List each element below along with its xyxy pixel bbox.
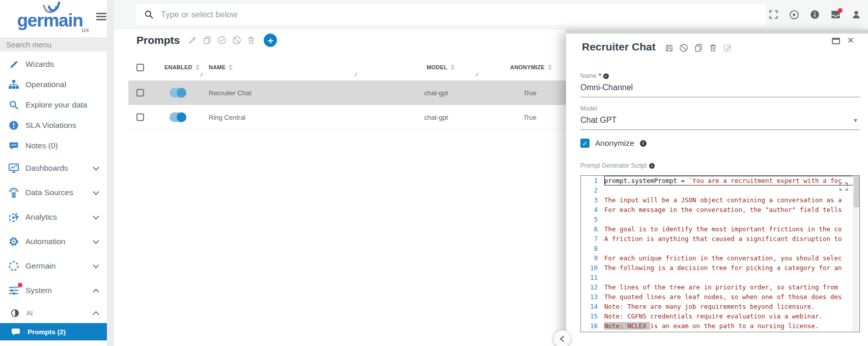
column-header-enabled[interactable]: ENABLED [164,64,200,70]
code-line: 14Note: There are many job requirements … [581,302,859,311]
dashed-circle-icon [7,260,20,272]
sidebar: germain ux WizardsOperationalExplore you… [0,0,107,346]
model-field-value[interactable]: Chat GPT [580,116,860,125]
page-header: Prompts + [136,34,277,47]
line-number: 4 [581,205,604,215]
global-search-input[interactable] [160,9,766,20]
sidebar-item-label: AI [26,309,33,317]
check-circle-icon[interactable] [217,36,227,45]
column-header-name[interactable]: NAME [209,64,233,70]
chevron-down-icon [92,239,100,245]
column-header-model[interactable]: MODEL [427,64,455,70]
play-circle-icon[interactable] [789,10,799,20]
inbox-icon[interactable] [830,10,841,19]
sort-icon [451,64,455,70]
pencil-line-icon[interactable] [188,36,197,45]
sidebar-item-ai[interactable]: AI [0,303,107,323]
sidebar-item-automation[interactable]: Automation [0,229,107,254]
sidebar-scrollbar[interactable] [107,0,114,346]
info-icon[interactable]: i [640,140,647,147]
cell-model: chat-gpt [424,89,448,97]
add-prompt-button[interactable]: + [264,34,277,47]
code-text: The quoted lines are leaf nodes, so when… [604,292,859,302]
search-icon [7,99,20,111]
cell-anonymize: True [523,113,537,121]
panel-drag-handle[interactable] [566,30,868,34]
name-field[interactable]: Name* i Omni-Channel [580,72,860,97]
code-line: 6The goal is to identify the most import… [581,224,859,234]
alert-icon [7,119,20,131]
info-icon[interactable]: i [649,163,655,169]
sidebar-item-operational[interactable]: Operational [0,74,107,95]
sidebar-item-data-sources[interactable]: Data Sources [0,180,107,205]
row-checkbox[interactable] [136,89,144,97]
line-number: 12 [581,282,604,292]
expand-icon[interactable] [839,182,848,191]
sidebar-item-dashboards[interactable]: Dashboards [0,156,107,180]
code-line: 1prompt.systemPrompt = `You are a recrui… [581,176,859,185]
chevron-up-icon [92,310,100,316]
enabled-toggle[interactable] [170,112,186,122]
code-text: Note: NCLEX is an exam on the path to a … [604,321,859,331]
required-asterisk: * [599,72,601,79]
global-search [136,4,766,25]
sidebar-item-explore-your-data[interactable]: Explore your data [0,95,107,115]
sidebar-item-germain[interactable]: Germain [0,254,107,278]
line-number: 8 [581,244,604,253]
pencil-icon [7,58,20,70]
notification-dot [838,8,843,13]
trash-icon[interactable] [247,36,256,45]
anonymize-checkbox[interactable]: ✓ [580,139,590,148]
save-icon[interactable] [665,44,674,52]
chat-icon [7,140,20,152]
info-icon[interactable]: i [603,73,609,79]
sort-icon [548,64,552,70]
sidebar-item-system[interactable]: System [0,278,107,303]
select-all-checkbox[interactable] [136,64,144,71]
collapse-panel-button[interactable] [553,330,571,346]
line-number: 6 [581,224,604,234]
code-line: 16Note: NCLEX is an exam on the path to … [581,321,859,331]
script-code-editor[interactable]: 1prompt.systemPrompt = `You are a recrui… [580,175,860,332]
trash-icon[interactable] [709,43,717,52]
editor-scrollbar[interactable] [853,176,859,332]
chevron-down-icon [92,263,100,269]
hamburger-menu-icon[interactable] [96,13,106,21]
sidebar-search-input[interactable] [0,37,107,51]
panel-title: Recruiter Chat [582,41,656,53]
sidebar-item-label: Wizards [25,60,54,69]
name-field-value[interactable]: Omni-Channel [580,83,860,92]
sidebar-item-analytics[interactable]: Analytics [0,205,107,229]
copy-icon[interactable] [694,43,703,52]
code-text [604,244,859,253]
sidebar-item-sla-violations[interactable]: SLA Violations [0,115,107,136]
ban-icon[interactable] [679,43,688,52]
ban-icon[interactable] [232,36,241,45]
line-number: 1 [581,176,604,185]
person-icon[interactable] [852,10,861,19]
maximize-icon[interactable] [832,38,840,44]
code-line: 12The lines of the tree are in priority … [581,282,859,292]
sidebar-item-prompts-2[interactable]: Prompts (2) [0,323,107,340]
enabled-toggle[interactable] [170,88,186,98]
fullscreen-icon[interactable] [769,10,778,19]
close-icon[interactable]: ✕ [847,35,854,46]
gear-icon [7,235,20,248]
row-checkbox[interactable] [136,113,144,121]
code-text: For each unique friction in the conversa… [604,253,859,263]
sidebar-item-notes-0[interactable]: Notes (0) [0,136,107,156]
column-header-anonymize[interactable]: ANONYMIZE [510,64,552,70]
info-circle-icon[interactable] [810,10,820,19]
edit-square-icon[interactable] [723,43,732,52]
sidebar-item-label: Prompts (2) [27,328,66,336]
copy-icon[interactable] [203,36,212,45]
sidebar-nav: WizardsOperationalExplore your dataSLA V… [0,54,107,340]
caret-down-icon[interactable]: ▼ [853,117,858,123]
sidebar-item-label: Notes (0) [25,141,58,150]
model-field[interactable]: Model Chat GPT ▼ [580,105,860,130]
code-text: The input will be a JSON object containi… [604,195,859,205]
code-line: 13The quoted lines are leaf nodes, so wh… [581,292,859,302]
line-number: 16 [581,321,604,331]
sidebar-item-wizards[interactable]: Wizards [0,54,107,74]
panel-actions [665,41,732,52]
